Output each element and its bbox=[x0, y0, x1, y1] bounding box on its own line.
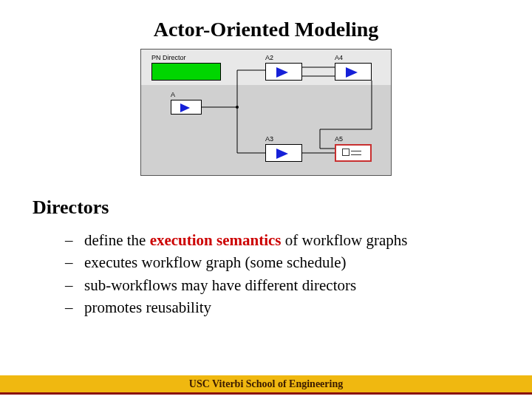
bullet-prefix: executes workflow graph (some schedule) bbox=[84, 253, 347, 271]
actor-a bbox=[171, 100, 202, 115]
workflow-diagram: PN Director A2 A4 A A3 A5 bbox=[140, 49, 392, 176]
footer-text: USC Viterbi School of Engineering bbox=[189, 378, 343, 390]
bullet-dash: – bbox=[65, 251, 84, 273]
bullet-dash: – bbox=[65, 274, 84, 296]
footer: USC Viterbi School of Engineering bbox=[0, 372, 532, 399]
actor-a4-label: A4 bbox=[335, 54, 343, 61]
bullet-prefix: sub-workflows may have different directo… bbox=[84, 276, 356, 294]
actor-a3-label: A3 bbox=[265, 135, 273, 143]
bullet-dash: – bbox=[65, 296, 84, 318]
actor-a2-label: A2 bbox=[265, 54, 273, 61]
svg-point-11 bbox=[236, 106, 239, 109]
bullet-suffix: of workflow graphs bbox=[282, 231, 408, 249]
actor-a3 bbox=[265, 144, 302, 162]
section-heading: Directors bbox=[33, 197, 502, 219]
actor-a5-sink bbox=[335, 144, 372, 162]
director-label: PN Director bbox=[151, 54, 186, 61]
diagram-container: PN Director A2 A4 A A3 A5 bbox=[30, 49, 502, 176]
play-icon bbox=[276, 149, 288, 159]
bullet-highlight: execution semantics bbox=[150, 231, 282, 249]
bullet-prefix: promotes reusability bbox=[84, 299, 211, 316]
footer-bar: USC Viterbi School of Engineering bbox=[0, 375, 532, 395]
sink-inner-icon bbox=[342, 149, 349, 156]
actor-a4 bbox=[335, 63, 372, 81]
bullet-text: executes workflow graph (some schedule) bbox=[84, 251, 347, 273]
actor-a2 bbox=[265, 63, 302, 81]
bullet-text: sub-workflows may have different directo… bbox=[84, 274, 356, 296]
slide-title: Actor-Oriented Modeling bbox=[30, 18, 502, 41]
actor-a-label: A bbox=[171, 91, 175, 98]
bullet-item: – sub-workflows may have different direc… bbox=[65, 274, 502, 296]
sink-lines-icon bbox=[351, 149, 363, 157]
bullet-item: – define the execution semantics of work… bbox=[65, 229, 502, 251]
play-icon bbox=[180, 103, 190, 112]
bullet-prefix: define the bbox=[84, 231, 150, 249]
bullet-text: promotes reusability bbox=[84, 296, 211, 318]
play-icon bbox=[276, 67, 288, 78]
bullet-item: – promotes reusability bbox=[65, 296, 502, 318]
pn-director-box bbox=[151, 63, 221, 81]
bullet-text: define the execution semantics of workfl… bbox=[84, 229, 407, 251]
play-icon bbox=[346, 67, 358, 78]
slide: Actor-Oriented Modeling PN Director A2 A… bbox=[0, 0, 532, 399]
bullet-list: – define the execution semantics of work… bbox=[65, 229, 502, 319]
bullet-dash: – bbox=[65, 229, 84, 251]
actor-a5-label: A5 bbox=[335, 135, 343, 143]
bullet-item: – executes workflow graph (some schedule… bbox=[65, 251, 502, 273]
